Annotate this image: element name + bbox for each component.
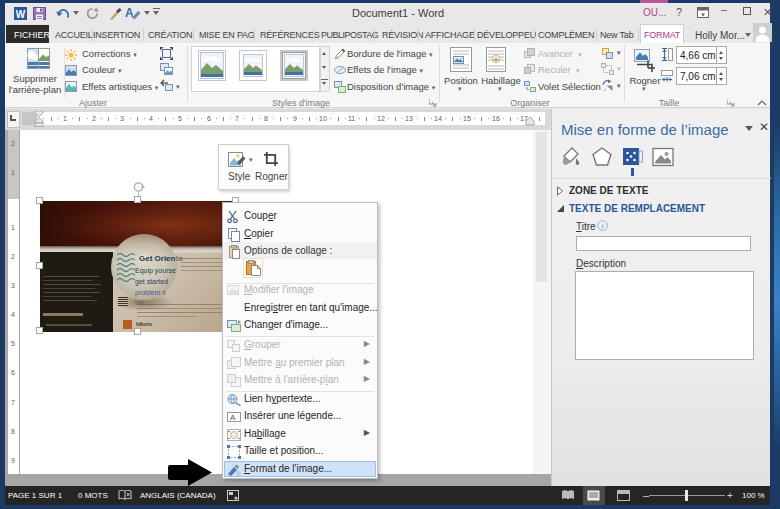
svg-text:A: A [230, 413, 236, 422]
svg-text:i: i [602, 222, 604, 230]
svg-text:W: W [16, 9, 26, 20]
